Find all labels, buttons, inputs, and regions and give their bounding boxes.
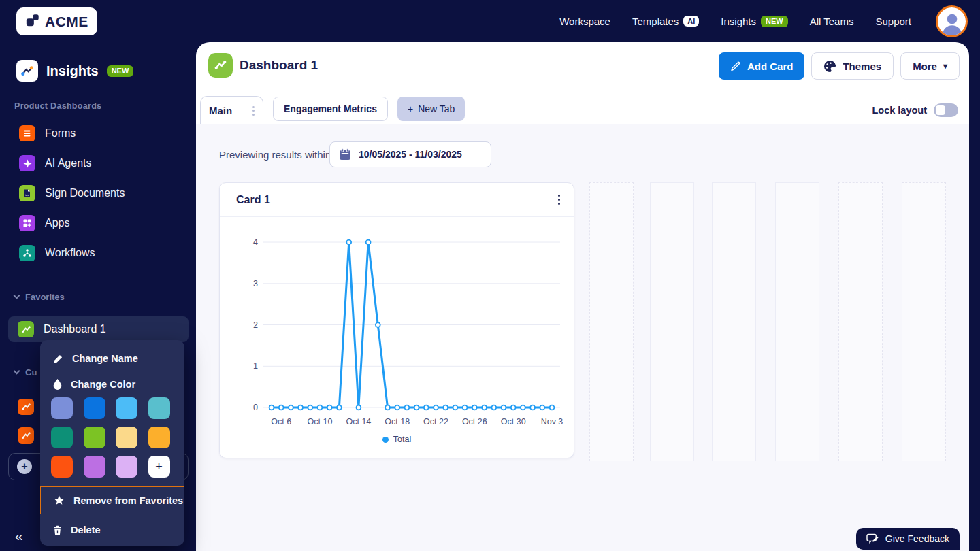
chevron-down-icon <box>14 293 20 299</box>
grid-placeholder <box>712 182 756 461</box>
header-buttons: Add Card Themes More ▾ <box>719 52 960 80</box>
main-panel: Dashboard 1 Add Card Themes More ▾ Main … <box>196 42 969 551</box>
add-card-button[interactable]: Add Card <box>719 52 805 80</box>
preview-range-label: Previewing results within <box>219 149 331 161</box>
card-1: Card 1 01234Oct 6Oct 10Oct 14Oct 18Oct 2… <box>219 182 574 458</box>
dashboard-header-icon <box>208 53 233 78</box>
color-swatch[interactable] <box>84 456 105 478</box>
new-badge: NEW <box>761 16 788 27</box>
sidebar-item-ai-agents[interactable]: AI Agents <box>0 148 196 178</box>
tab-bar: Main Engagement Metrics + New Tab Lock l… <box>196 96 969 124</box>
sidebar-item-apps[interactable]: Apps <box>0 208 196 238</box>
sidebar-item-sign-documents[interactable]: Sign Documents <box>0 178 196 208</box>
dashboard-icon <box>18 399 34 415</box>
svg-text:Oct 6: Oct 6 <box>271 417 291 427</box>
nav-insights[interactable]: InsightsNEW <box>721 16 787 27</box>
color-swatch[interactable] <box>51 456 73 478</box>
sidebar-collapse-button[interactable]: « <box>15 528 23 544</box>
ai-agents-icon <box>19 155 35 171</box>
nav-templates[interactable]: TemplatesAI <box>632 16 699 27</box>
svg-text:4: 4 <box>253 237 258 247</box>
tab-options-kebab-icon[interactable] <box>252 106 255 116</box>
nav-all-teams[interactable]: All Teams <box>810 16 854 27</box>
person-icon <box>938 10 966 35</box>
new-tab-button[interactable]: + New Tab <box>397 97 465 121</box>
favorites-section-header[interactable]: Favorites <box>14 290 65 303</box>
give-feedback-button[interactable]: Give Feedback <box>856 528 960 550</box>
nav-support[interactable]: Support <box>875 16 911 27</box>
svg-text:1: 1 <box>253 361 258 371</box>
color-swatch[interactable] <box>84 427 105 448</box>
tab-main[interactable]: Main <box>200 96 263 124</box>
color-swatch[interactable] <box>116 427 137 448</box>
more-button[interactable]: More ▾ <box>900 52 960 80</box>
feedback-icon <box>866 533 879 545</box>
color-swatch[interactable] <box>148 397 170 419</box>
svg-text:0: 0 <box>253 403 258 412</box>
lock-layout-label: Lock layout <box>872 105 927 116</box>
user-avatar[interactable] <box>936 5 968 37</box>
menu-item-change-name[interactable]: Change Name <box>40 347 184 370</box>
trash-icon <box>53 525 62 535</box>
sidebar-item-dashboard-1[interactable]: Dashboard 1 <box>8 316 189 342</box>
color-swatch[interactable] <box>51 397 73 419</box>
grid-placeholder <box>589 182 634 461</box>
nav-workspace[interactable]: Workspace <box>559 16 610 27</box>
grid-placeholder <box>650 182 694 461</box>
color-swatch[interactable] <box>116 456 137 478</box>
pen-icon <box>730 61 741 71</box>
insights-app-icon <box>16 60 38 82</box>
sidebar-item-label: Workflows <box>45 247 95 259</box>
color-swatch[interactable] <box>148 427 170 448</box>
themes-button[interactable]: Themes <box>811 52 894 80</box>
color-swatch[interactable] <box>84 397 105 419</box>
date-range-picker[interactable]: 10/05/2025 - 11/03/2025 <box>329 141 491 167</box>
menu-item-change-color[interactable]: Change Color <box>40 373 184 396</box>
truncated-section-header[interactable]: Cu <box>14 365 37 379</box>
svg-text:Oct 30: Oct 30 <box>501 417 526 427</box>
sidebar-product-row[interactable]: Insights NEW <box>16 60 133 82</box>
color-swatch[interactable] <box>116 397 137 419</box>
grid-placeholder <box>775 182 819 461</box>
card-header: Card 1 <box>220 183 574 217</box>
color-swatch[interactable] <box>51 427 73 448</box>
dashboard-content: Previewing results within 10/05/2025 - 1… <box>196 124 969 551</box>
sidebar-item-forms[interactable]: Forms <box>0 118 196 148</box>
acme-logo[interactable]: ACME <box>16 7 97 35</box>
color-palette: + <box>51 397 170 478</box>
ai-badge: AI <box>683 16 699 27</box>
favorite-dashboard-label: Dashboard 1 <box>44 323 106 335</box>
tab-engagement-metrics[interactable]: Engagement Metrics <box>273 97 388 121</box>
top-navigation: Workspace TemplatesAI InsightsNEW All Te… <box>559 0 968 42</box>
star-icon <box>54 495 65 505</box>
pencil-icon <box>53 354 63 364</box>
lock-layout-toggle[interactable] <box>934 103 958 117</box>
chevron-down-icon: ▾ <box>943 61 947 71</box>
svg-text:Oct 22: Oct 22 <box>423 417 448 427</box>
legend-dot <box>382 437 389 443</box>
grid-placeholder <box>838 182 883 461</box>
date-range-value: 10/05/2025 - 11/03/2025 <box>359 149 462 160</box>
menu-item-delete[interactable]: Delete <box>40 518 184 541</box>
sidebar-item-label: Apps <box>45 217 69 229</box>
grid-placeholder <box>902 182 946 461</box>
card-options-kebab-icon[interactable] <box>558 195 561 205</box>
add-custom-color-button[interactable]: + <box>148 456 170 478</box>
chart-legend: Total <box>220 435 574 444</box>
sidebar-item-label: Sign Documents <box>45 187 125 199</box>
menu-item-remove-from-favorites[interactable]: Remove from Favorites <box>40 486 184 514</box>
lock-layout-row: Lock layout <box>872 103 958 117</box>
legend-label: Total <box>393 435 411 444</box>
dashboard-context-menu: Change Name Change Color + Remove from F… <box>40 340 184 546</box>
plus-circle-icon: + <box>17 459 32 474</box>
sign-documents-icon <box>19 185 35 201</box>
svg-text:Oct 26: Oct 26 <box>462 417 487 427</box>
page-title: Dashboard 1 <box>240 58 318 73</box>
sidebar-section-label: Product Dashboards <box>14 101 101 111</box>
acme-logo-icon <box>25 13 40 31</box>
sidebar-item-workflows[interactable]: Workflows <box>0 238 196 268</box>
dashboard-icon <box>18 321 34 337</box>
favorites-label: Favorites <box>25 292 65 302</box>
calendar-icon <box>339 148 351 161</box>
chevron-down-icon <box>14 368 20 375</box>
